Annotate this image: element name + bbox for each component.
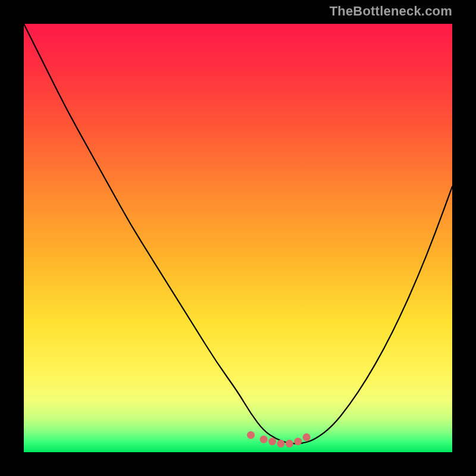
watermark-text: TheBottleneck.com bbox=[330, 4, 452, 19]
floor-dot bbox=[303, 433, 311, 441]
floor-dot bbox=[268, 438, 276, 446]
floor-dot bbox=[286, 440, 293, 447]
plot-area bbox=[24, 24, 452, 452]
floor-dot bbox=[277, 440, 285, 447]
bottleneck-curve bbox=[24, 24, 452, 444]
floor-dot bbox=[260, 436, 268, 443]
chart-frame: TheBottleneck.com bbox=[0, 0, 476, 476]
floor-dot bbox=[247, 431, 255, 439]
curve-svg bbox=[24, 24, 452, 452]
floor-dot bbox=[294, 438, 302, 446]
